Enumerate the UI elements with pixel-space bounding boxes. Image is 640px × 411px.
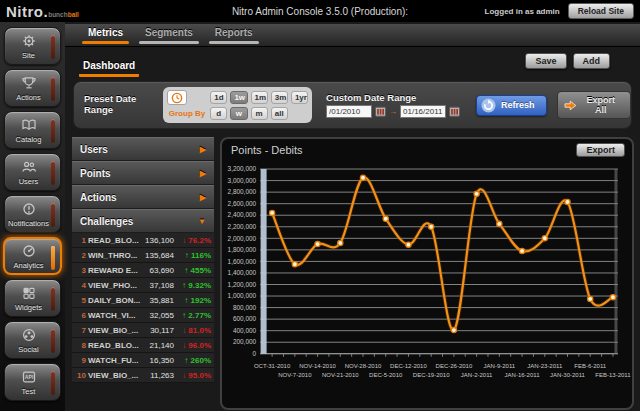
slider-bar <box>51 329 55 353</box>
accordion-section-users[interactable]: Users ▶ <box>72 137 214 161</box>
challenge-pct: 116% <box>191 251 211 260</box>
date-to-input[interactable] <box>400 105 446 118</box>
export-button[interactable]: Export <box>576 143 625 157</box>
trend-arrow-icon: ↑ <box>184 296 188 305</box>
sidebar-item-notifications[interactable]: Notifications <box>4 195 61 233</box>
challenge-row[interactable]: 2 WIN_THRO... 135,684 ↑ 116% <box>72 248 214 263</box>
trend-arrow-icon: ↓ <box>182 341 186 350</box>
preset-3m-button[interactable]: 3m <box>271 91 288 104</box>
challenge-row[interactable]: 9 WATCH_FU... 16,350 ↑ 260% <box>72 353 214 368</box>
export-all-button[interactable]: Export All <box>557 91 631 119</box>
challenge-row[interactable]: 8 READ_BLO... 21,140 ↓ 96.0% <box>72 338 214 353</box>
challenge-name: WATCH_FU... <box>88 356 141 365</box>
challenge-row[interactable]: 7 VIEW_BIO_... 30,117 ↓ 81.0% <box>72 323 214 338</box>
svg-text:OCT-31-2010: OCT-31-2010 <box>254 363 291 369</box>
tab-metrics[interactable]: Metrics <box>77 24 134 46</box>
sidebar-item-users[interactable]: Users <box>4 153 61 191</box>
svg-text:2,600,000: 2,600,000 <box>228 200 257 207</box>
challenge-row[interactable]: 3 REWARD E... 63,690 ↑ 455% <box>72 263 214 278</box>
svg-text:DEC-5-2010: DEC-5-2010 <box>369 372 403 378</box>
sidebar-item-actions[interactable]: Actions <box>4 69 61 107</box>
slider-bar <box>51 371 55 395</box>
trend-arrow-icon: ↑ <box>184 356 188 365</box>
svg-text:JAN-23-2011: JAN-23-2011 <box>527 363 563 369</box>
refresh-button[interactable]: Refresh <box>476 95 547 116</box>
svg-text:DEC-12-2010: DEC-12-2010 <box>390 363 427 369</box>
date-filter-panel: Preset Date Range 1d 1w 1m 3m 1yr Group … <box>73 81 632 129</box>
reload-site-button[interactable]: Reload Site <box>568 3 634 19</box>
challenge-value: 135,684 <box>141 251 174 260</box>
svg-text:FEB-13-2011: FEB-13-2011 <box>595 372 631 378</box>
sidebar-item-label: Site <box>22 51 35 60</box>
svg-text:NOV-14-2010: NOV-14-2010 <box>299 363 336 369</box>
sidebar-item-label: Catalog <box>16 135 42 144</box>
challenge-row[interactable]: 6 WATCH_VI... 32,055 ↑ 2.77% <box>72 308 214 323</box>
add-button[interactable]: Add <box>573 53 611 69</box>
tab-reports[interactable]: Reports <box>204 24 264 46</box>
slider-bar <box>51 119 55 143</box>
custom-date-range-section: Custom Date Range → <box>326 92 460 118</box>
sidebar-item-catalog[interactable]: Catalog <box>4 111 61 149</box>
svg-text:NOV-21-2010: NOV-21-2010 <box>322 372 359 378</box>
sidebar-item-site[interactable]: Site <box>4 27 61 65</box>
logo-subtext-orange: ball <box>68 11 79 18</box>
api-icon-text: API <box>24 374 33 380</box>
challenge-rank: 8 <box>75 341 86 350</box>
group-all-button[interactable]: all <box>271 107 288 120</box>
svg-text:2,000,000: 2,000,000 <box>228 235 257 242</box>
tab-label: Reports <box>215 27 253 38</box>
accordion-section-challenges[interactable]: Challenges ▼ <box>72 209 214 233</box>
svg-text:JAN-16-2011: JAN-16-2011 <box>505 372 541 378</box>
sidebar-item-social[interactable]: Social <box>4 321 61 359</box>
sidebar-item-test[interactable]: API Test <box>4 363 61 401</box>
date-from-input[interactable] <box>326 105 372 118</box>
preset-1d-button[interactable]: 1d <box>210 91 227 104</box>
svg-text:400,000: 400,000 <box>233 327 257 334</box>
group-w-button[interactable]: w <box>230 107 247 120</box>
sidebar-nav: Site Actions Catalog Users Notifications <box>0 22 65 411</box>
clock-button[interactable] <box>167 90 187 105</box>
sidebar-item-analytics[interactable]: Analytics <box>3 237 62 275</box>
challenge-row[interactable]: 5 DAILY_BON... 35,881 ↑ 192% <box>72 293 214 308</box>
points-debits-line-chart: 200,000400,000600,000800,0001,000,0001,2… <box>222 161 632 408</box>
export-arrow-icon <box>564 100 577 111</box>
preset-1m-button[interactable]: 1m <box>251 91 268 104</box>
challenge-row[interactable]: 1 READ_BLO... 136,100 ↓ 76.2% <box>72 233 214 248</box>
preset-1w-button[interactable]: 1w <box>230 91 247 104</box>
challenge-rank: 5 <box>75 296 86 305</box>
challenge-name: VIEW_BIO_... <box>88 326 141 335</box>
group-m-button[interactable]: m <box>251 107 268 120</box>
svg-text:3,200,000: 3,200,000 <box>228 165 257 172</box>
sidebar-item-label: Actions <box>16 93 41 102</box>
users-icon <box>19 159 39 176</box>
sidebar-item-widgets[interactable]: Widgets <box>4 279 61 317</box>
svg-text:JAN-2-2011: JAN-2-2011 <box>461 372 493 378</box>
calendar-icon[interactable] <box>375 106 386 117</box>
challenge-name: VIEW_PHO... <box>88 281 141 290</box>
challenge-change: ↓ 95.0% <box>174 371 211 380</box>
metrics-accordion: Users ▶ Points ▶ Actions ▶ Challenges ▼ … <box>72 137 214 383</box>
challenge-row[interactable]: 4 VIEW_PHO... 37,108 ↑ 9.32% <box>72 278 214 293</box>
svg-text:JAN-30-2011: JAN-30-2011 <box>550 372 586 378</box>
challenge-value: 136,100 <box>141 236 174 245</box>
trend-arrow-icon: ↑ <box>182 281 186 290</box>
group-d-button[interactable]: d <box>210 107 227 120</box>
preset-1yr-button[interactable]: 1yr <box>291 91 308 104</box>
accordion-section-points[interactable]: Points ▶ <box>72 161 214 185</box>
preset-date-range-group: 1d 1w 1m 3m 1yr Group By d w m all <box>163 87 312 123</box>
tab-segments[interactable]: Segments <box>134 24 204 46</box>
challenge-change: ↓ 96.0% <box>174 341 211 350</box>
challenge-row[interactable]: 10 VIEW_BIO_... 11,263 ↓ 95.0% <box>72 368 214 383</box>
sidebar-item-label: Analytics <box>13 261 43 270</box>
sub-nav-row: Dashboard Save Add <box>65 47 640 79</box>
svg-text:2,400,000: 2,400,000 <box>228 211 257 218</box>
tab-dashboard[interactable]: Dashboard <box>79 60 139 77</box>
calendar-icon[interactable] <box>449 106 460 117</box>
save-button[interactable]: Save <box>525 53 566 69</box>
accordion-section-actions[interactable]: Actions ▶ <box>72 185 214 209</box>
challenge-change: ↑ 192% <box>174 296 211 305</box>
slider-bar <box>51 246 55 270</box>
svg-text:0: 0 <box>253 350 257 357</box>
challenge-pct: 260% <box>191 356 211 365</box>
trend-arrow-icon: ↓ <box>182 236 186 245</box>
